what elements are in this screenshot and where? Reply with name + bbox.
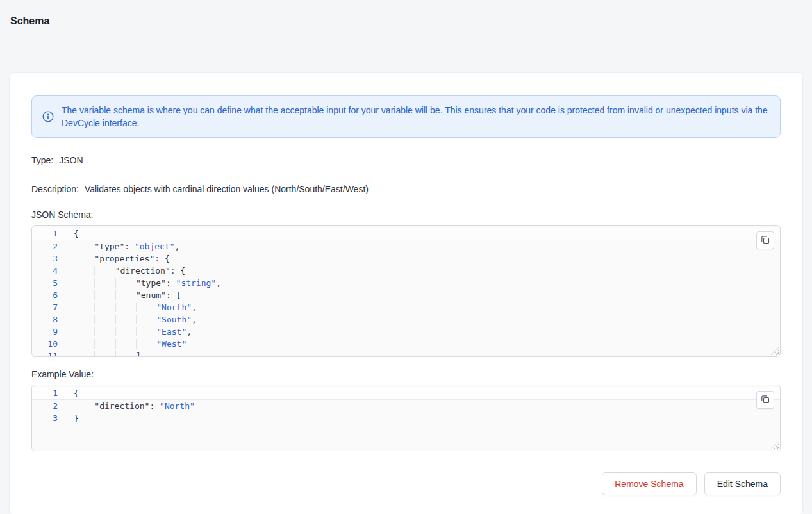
page-header: Schema	[0, 0, 812, 42]
copy-schema-button[interactable]	[756, 231, 774, 249]
remove-schema-button[interactable]: Remove Schema	[602, 472, 696, 495]
content-area: The variable schema is where you can def…	[0, 42, 812, 514]
json-schema-editor[interactable]: 1{2 "type": "object",3 "properties": {4 …	[31, 225, 781, 357]
type-field: Type:JSON	[31, 154, 781, 167]
page-title: Schema	[10, 15, 49, 27]
type-label: Type:	[31, 155, 53, 165]
description-label: Description:	[31, 184, 79, 194]
copy-icon	[760, 235, 770, 247]
example-resize-handle[interactable]	[771, 442, 779, 449]
code-lines: 1{2 "direction": "North"3}	[32, 387, 780, 424]
type-value: JSON	[59, 155, 83, 165]
info-icon	[42, 111, 54, 122]
edit-schema-button[interactable]: Edit Schema	[704, 472, 781, 495]
json-schema-label: JSON Schema:	[31, 210, 781, 220]
example-value-editor[interactable]: 1{2 "direction": "North"3}	[31, 385, 781, 451]
alert-text: The variable schema is where you can def…	[62, 104, 770, 129]
description-field: Description:Validates objects with cardi…	[31, 183, 781, 195]
schema-card: The variable schema is where you can def…	[9, 72, 803, 514]
copy-example-button[interactable]	[756, 391, 774, 409]
code-lines: 1{2 "type": "object",3 "properties": {4 …	[32, 228, 780, 357]
info-alert: The variable schema is where you can def…	[31, 95, 781, 138]
description-value: Validates objects with cardinal directio…	[85, 184, 369, 194]
copy-icon	[760, 394, 770, 406]
example-value-label: Example Value:	[31, 369, 781, 379]
actions-row: Remove Schema Edit Schema	[31, 472, 781, 495]
